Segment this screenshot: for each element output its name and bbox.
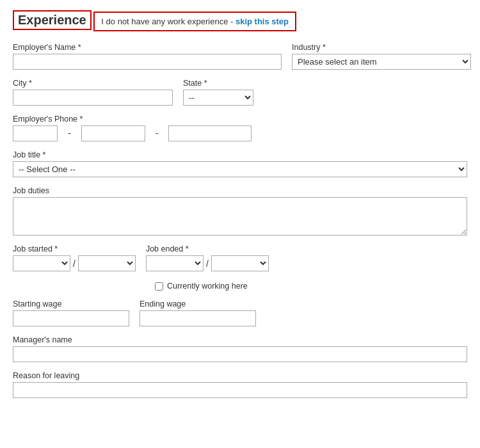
ending-wage-label: Ending wage xyxy=(140,300,256,308)
industry-label: Industry * xyxy=(292,43,471,52)
phone-prefix-input[interactable] xyxy=(81,125,145,141)
state-select[interactable]: -- xyxy=(183,90,253,106)
state-label: State * xyxy=(183,79,253,88)
jobtitle-select[interactable]: -- Select One -- xyxy=(13,161,467,177)
job-started-group: Job started * / xyxy=(13,244,136,271)
job-ended-year-select[interactable] xyxy=(211,255,269,271)
city-label: City * xyxy=(13,79,173,88)
currently-working-checkbox[interactable] xyxy=(155,282,163,291)
skip-banner: I do not have any work experience - skip… xyxy=(93,12,296,31)
job-ended-month-select[interactable] xyxy=(146,255,204,271)
job-ended-label: Job ended * xyxy=(146,244,269,253)
jobtitle-label: Job title * xyxy=(13,150,467,159)
employer-name-label: Employer's Name * xyxy=(13,43,282,52)
jobduties-field: Job duties xyxy=(13,186,467,236)
employer-name-input[interactable] xyxy=(13,54,282,70)
starting-wage-field: Starting wage xyxy=(13,300,129,326)
manager-label: Manager's name xyxy=(13,335,467,344)
ending-wage-input[interactable] xyxy=(140,310,256,326)
jobduties-label: Job duties xyxy=(13,186,467,195)
reason-label: Reason for leaving xyxy=(13,371,467,380)
job-started-sep: / xyxy=(73,259,76,269)
reason-field: Reason for leaving xyxy=(13,371,467,398)
starting-wage-label: Starting wage xyxy=(13,300,129,308)
job-started-year-select[interactable] xyxy=(78,255,136,271)
starting-wage-input[interactable] xyxy=(13,310,129,326)
job-started-month-select[interactable] xyxy=(13,255,70,271)
currently-working-row: Currently working here xyxy=(155,282,467,291)
job-ended-group: Job ended * / xyxy=(146,244,269,271)
reason-input[interactable] xyxy=(13,382,467,398)
city-input[interactable] xyxy=(13,90,173,106)
job-started-label: Job started * xyxy=(13,244,136,253)
ending-wage-field: Ending wage xyxy=(140,300,256,326)
phone-separator-2: - xyxy=(156,128,159,141)
phone-line-input[interactable] xyxy=(168,125,252,141)
job-ended-sep: / xyxy=(206,259,209,269)
page-title: Experience xyxy=(13,10,92,30)
state-field: State * -- xyxy=(183,79,253,106)
phone-prefix-field xyxy=(81,125,145,141)
phone-separator-1: - xyxy=(68,128,71,141)
jobduties-textarea[interactable] xyxy=(13,197,467,236)
skip-text: I do not have any work experience - xyxy=(101,17,236,26)
phone-label: Employer's Phone * xyxy=(13,115,467,124)
phone-area-input[interactable] xyxy=(13,125,58,141)
currently-working-label: Currently working here xyxy=(167,282,248,291)
industry-field: Industry * Please select an item xyxy=(292,43,471,70)
employer-name-field: Employer's Name * xyxy=(13,43,282,70)
phone-area-field xyxy=(13,125,58,141)
jobtitle-field: Job title * -- Select One -- xyxy=(13,150,467,177)
industry-select[interactable]: Please select an item xyxy=(292,54,471,70)
phone-field: Employer's Phone * - - xyxy=(13,115,467,141)
skip-link[interactable]: skip this step xyxy=(236,17,289,26)
manager-input[interactable] xyxy=(13,346,467,362)
phone-line-field xyxy=(168,125,252,141)
manager-field: Manager's name xyxy=(13,335,467,362)
city-field: City * xyxy=(13,79,173,106)
